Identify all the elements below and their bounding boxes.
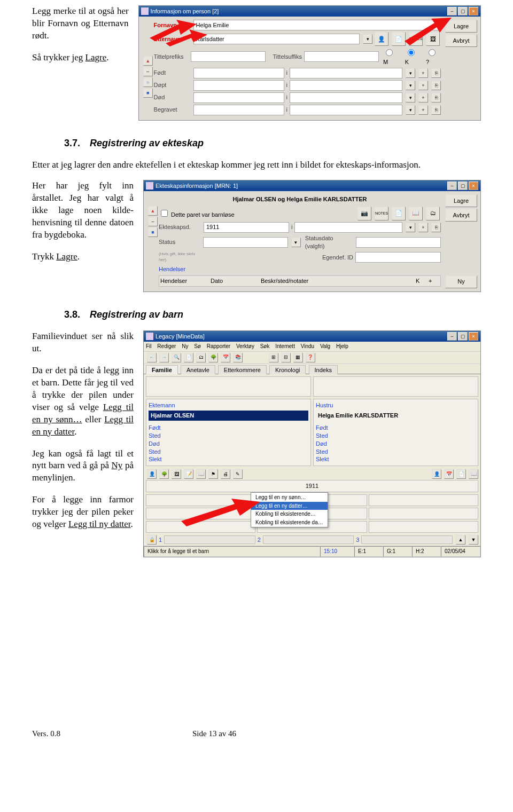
tab-anetavle[interactable]: Anetavle — [181, 365, 215, 374]
ektplace-input[interactable] — [294, 222, 402, 233]
menu-link-existing[interactable]: Kobling til eksisterende… — [251, 510, 328, 518]
icon-r3[interactable]: 📄 — [456, 469, 466, 479]
maximize-button[interactable]: ▢ — [458, 332, 468, 341]
dropdown-icon[interactable]: ▾ — [406, 68, 415, 78]
icon-r2[interactable]: 📅 — [444, 469, 454, 479]
src-icon[interactable]: ⎘ — [431, 105, 441, 115]
grandmother-slot[interactable] — [313, 376, 478, 397]
tool-icon-4[interactable]: 🖼 — [426, 32, 440, 46]
tool-icon[interactable]: 📷 — [357, 207, 371, 220]
menu-fil[interactable]: Fil — [146, 343, 152, 349]
dod-place-input[interactable] — [290, 92, 402, 103]
icon-print[interactable]: 🖨 — [221, 469, 230, 479]
barren-checkbox[interactable]: Dette paret var barnløse — [159, 208, 235, 219]
tab-indeks[interactable]: Indeks — [309, 365, 338, 374]
grandfather-slot[interactable] — [146, 376, 311, 397]
dopt-place-input[interactable] — [290, 80, 402, 91]
plus-icon[interactable]: + — [418, 223, 428, 232]
plus-icon[interactable]: + — [418, 93, 428, 103]
statusdato-input[interactable] — [356, 237, 441, 248]
begravet-place-input[interactable] — [290, 105, 402, 115]
tool-icon[interactable]: 📖 — [409, 207, 423, 220]
dropdown-icon[interactable]: ▾ — [406, 105, 415, 115]
icon-book[interactable]: 📖 — [196, 469, 206, 479]
scroll-up-icon[interactable]: ▲ — [456, 535, 465, 545]
minimize-button[interactable]: – — [447, 7, 457, 15]
menu-verktoy[interactable]: Verktøy — [236, 343, 254, 349]
menu-link-existing-d[interactable]: Kobling til eksisterende da… — [251, 518, 328, 527]
hustru-name[interactable]: Helga Emilie KARLSDATTER — [316, 411, 476, 421]
dropdown-icon[interactable]: ▾ — [406, 223, 415, 232]
close-button[interactable]: × — [469, 332, 478, 341]
child-slot-3[interactable] — [369, 494, 478, 506]
close-button[interactable]: × — [469, 182, 478, 190]
menu-internett[interactable]: Internett — [275, 343, 295, 349]
tab-familie[interactable]: Familie — [146, 365, 178, 374]
dopt-date-input[interactable] — [193, 80, 284, 91]
tb-icon[interactable]: ⊟ — [281, 353, 291, 362]
plus-icon[interactable]: + — [418, 81, 428, 90]
scroll-down-icon[interactable]: ▼ — [469, 535, 478, 545]
menu-rapporter[interactable]: Rapporter — [207, 343, 230, 349]
maximize-button[interactable]: ▢ — [458, 182, 468, 190]
icon-person[interactable]: 👤 — [147, 469, 157, 479]
menu-add-daughter[interactable]: Legg til en ny datter… — [251, 502, 328, 510]
notes-icon[interactable]: NOTES — [409, 32, 423, 46]
tab-etterkommere[interactable]: Etterkommere — [218, 365, 267, 374]
icon-r1[interactable]: 👤 — [432, 469, 441, 479]
dropdown-icon[interactable]: ▾ — [363, 34, 372, 44]
gender-m-radio[interactable]: M — [383, 48, 400, 66]
ektemann-name[interactable]: Hjalmar OLSEN — [149, 411, 308, 421]
notes-icon[interactable]: NOTES — [375, 207, 388, 220]
ektdato-input[interactable]: 1911 — [204, 222, 289, 233]
tb-icon[interactable]: 📅 — [221, 353, 230, 362]
menu-hjelp[interactable]: Hjelp — [336, 343, 348, 349]
lagre-button[interactable]: Lagre — [445, 194, 477, 207]
tb-icon[interactable]: 📄 — [184, 353, 193, 362]
fodt-date-input[interactable] — [193, 68, 284, 78]
fwd-icon[interactable]: → — [159, 353, 169, 362]
dod-date-input[interactable] — [193, 92, 284, 103]
begravet-date-input[interactable] — [193, 105, 284, 115]
child-slot-6[interactable] — [369, 508, 478, 519]
menu-add-son[interactable]: Legg til en ny sønn… — [251, 493, 328, 502]
child-slot-9[interactable] — [369, 521, 478, 533]
tb-icon[interactable]: 🌳 — [208, 353, 218, 362]
marriage-bar[interactable]: 1911 — [146, 480, 478, 492]
gender-q-radio[interactable]: ? — [426, 48, 441, 66]
suffix-input[interactable] — [304, 51, 379, 62]
tb-icon[interactable]: ▦ — [293, 353, 303, 362]
child-slot-7[interactable] — [146, 521, 255, 533]
minimize-button[interactable]: – — [447, 182, 457, 190]
egendef-input[interactable] — [355, 252, 441, 263]
menu-vindu[interactable]: Vindu — [301, 343, 314, 349]
menu-sok2[interactable]: Søk — [260, 343, 270, 349]
lock-icon[interactable]: 🔒 — [147, 535, 157, 545]
menu-valg[interactable]: Valg — [320, 343, 330, 349]
prefix-input[interactable] — [191, 51, 266, 62]
tb-icon[interactable]: 🔍 — [172, 353, 181, 362]
dropdown-icon[interactable]: ▾ — [406, 81, 415, 90]
back-icon[interactable]: ← — [147, 353, 157, 362]
dropdown-icon[interactable]: ▾ — [406, 93, 415, 103]
icon-r4[interactable]: 📖 — [469, 469, 478, 479]
tab-kronologi[interactable]: Kronologi — [269, 365, 306, 374]
etternavn-input[interactable]: Karlsdatter — [193, 34, 360, 44]
close-button[interactable]: × — [469, 7, 478, 15]
dropdown-icon[interactable]: ▾ — [291, 238, 301, 247]
tool-icon-1[interactable]: 👤 — [375, 32, 388, 46]
fornavn-input[interactable]: Helga Emilie — [193, 20, 441, 30]
icon-note[interactable]: 📝 — [184, 469, 193, 479]
maximize-button[interactable]: ▢ — [458, 7, 468, 15]
child-slot-4[interactable] — [146, 508, 255, 519]
menu-sok[interactable]: Sø — [194, 343, 201, 349]
icon-pic[interactable]: 🖼 — [172, 469, 181, 479]
ny-button[interactable]: Ny — [445, 275, 477, 288]
src-icon[interactable]: ⎘ — [431, 81, 441, 90]
avbryt-button[interactable]: Avbryt — [445, 209, 477, 222]
menu-rediger[interactable]: Rediger — [157, 343, 176, 349]
tb-icon[interactable]: 🗂 — [196, 353, 206, 362]
avbryt-button[interactable]: Avbryt — [445, 34, 477, 47]
src-icon[interactable]: ⎘ — [431, 68, 441, 78]
tb-icon[interactable]: 📚 — [233, 353, 243, 362]
